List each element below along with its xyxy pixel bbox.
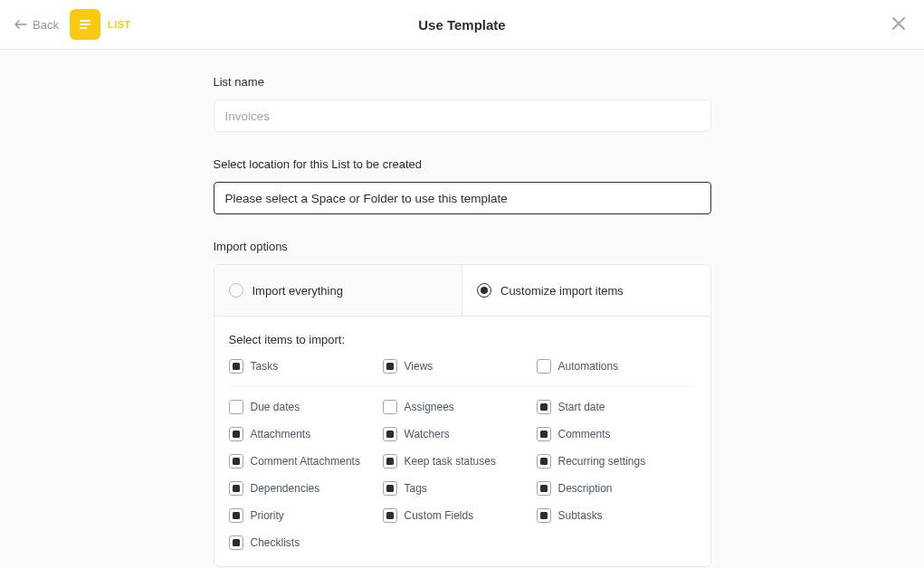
checkbox-label: Priority (251, 509, 284, 522)
checkbox-label: Comment Attachments (251, 455, 360, 468)
checkbox-label: Subtasks (558, 509, 603, 522)
checkbox-label: Automations (558, 360, 619, 373)
checkbox-label: Custom Fields (405, 509, 474, 522)
import-option-checkbox[interactable]: Tasks (229, 359, 383, 374)
import-option-checkbox[interactable]: Priority (229, 508, 383, 523)
list-icon (70, 9, 100, 40)
checkbox-checked-icon (229, 454, 243, 469)
tab-customize-import[interactable]: Customize import items (462, 265, 710, 316)
svg-rect-1 (80, 24, 90, 25)
import-option-checkbox[interactable]: Tags (383, 481, 537, 496)
import-option-checkbox[interactable]: Comments (537, 427, 691, 441)
import-items-grid: Due datesAssigneesStart dateAttachmentsW… (229, 400, 696, 550)
checkbox-label: Assignees (405, 401, 454, 413)
list-name-input[interactable] (214, 99, 711, 132)
import-items-panel: Select items to import: TasksViewsAutoma… (214, 317, 711, 567)
checkbox-label: Checklists (251, 536, 300, 549)
checkbox-checked-icon (229, 481, 243, 496)
checkbox-label: Tags (405, 482, 427, 495)
checkbox-label: Start date (558, 401, 605, 413)
radio-selected-icon (477, 283, 491, 298)
checkbox-checked-icon (383, 359, 397, 374)
import-option-checkbox[interactable]: Dependencies (229, 481, 383, 496)
checkbox-checked-icon (383, 427, 397, 441)
import-option-checkbox[interactable]: Checklists (229, 535, 383, 550)
location-placeholder: Please select a Space or Folder to use t… (225, 192, 508, 205)
list-badge: LIST (70, 9, 131, 40)
close-button[interactable] (888, 14, 910, 35)
location-select[interactable]: Please select a Space or Folder to use t… (214, 182, 711, 214)
import-option-checkbox[interactable]: Recurring settings (537, 454, 691, 469)
checkbox-checked-icon (229, 508, 243, 523)
checkbox-checked-icon (537, 508, 551, 523)
checkbox-checked-icon (537, 427, 551, 441)
back-button[interactable]: Back (14, 18, 59, 32)
select-items-title: Select items to import: (229, 333, 696, 346)
modal-header: Back LIST Use Template (0, 0, 924, 50)
checkbox-label: Comments (558, 428, 611, 440)
top-items-row: TasksViewsAutomations (229, 359, 696, 387)
checkbox-label: Due dates (251, 401, 300, 413)
checkbox-checked-icon (383, 454, 397, 469)
radio-unselected-icon (229, 283, 243, 298)
checkbox-label: Views (405, 360, 433, 373)
import-option-checkbox[interactable]: Description (537, 481, 691, 496)
checkbox-checked-icon (229, 427, 243, 441)
import-option-checkbox[interactable]: Automations (537, 359, 691, 374)
checkbox-checked-icon (537, 481, 551, 496)
customize-import-label: Customize import items (500, 284, 624, 298)
svg-rect-2 (80, 27, 87, 29)
checkbox-label: Dependencies (251, 482, 320, 495)
checkbox-label: Recurring settings (558, 455, 646, 468)
import-option-checkbox[interactable]: Assignees (383, 400, 537, 414)
import-option-checkbox[interactable]: Due dates (229, 400, 383, 414)
checkbox-checked-icon (229, 535, 243, 550)
import-option-checkbox[interactable]: Subtasks (537, 508, 691, 523)
import-option-checkbox[interactable]: Attachments (229, 427, 383, 441)
tab-import-everything[interactable]: Import everything (214, 265, 463, 316)
checkbox-unchecked-icon (537, 359, 551, 374)
location-label: Select location for this List to be crea… (214, 157, 711, 171)
import-option-checkbox[interactable]: Start date (537, 400, 691, 414)
checkbox-label: Tasks (251, 360, 279, 373)
page-title: Use Template (418, 17, 505, 33)
checkbox-label: Attachments (251, 428, 311, 440)
import-option-tabs: Import everything Customize import items (214, 264, 711, 317)
modal-body: List name Select location for this List … (0, 50, 924, 568)
import-everything-label: Import everything (252, 284, 343, 298)
import-option-checkbox[interactable]: Keep task statuses (383, 454, 537, 469)
import-option-checkbox[interactable]: Comment Attachments (229, 454, 383, 469)
import-option-checkbox[interactable]: Views (383, 359, 537, 374)
import-option-checkbox[interactable]: Watchers (383, 427, 537, 441)
checkbox-unchecked-icon (229, 400, 243, 414)
checkbox-checked-icon (383, 508, 397, 523)
checkbox-checked-icon (537, 454, 551, 469)
list-name-label: List name (214, 75, 711, 89)
form-content: List name Select location for this List … (214, 75, 711, 567)
checkbox-label: Watchers (405, 428, 450, 440)
close-icon (891, 16, 906, 33)
svg-rect-0 (80, 20, 90, 22)
checkbox-checked-icon (537, 400, 551, 414)
checkbox-label: Description (558, 482, 613, 495)
list-badge-text: LIST (108, 19, 131, 30)
back-label: Back (33, 18, 59, 32)
checkbox-unchecked-icon (383, 400, 397, 414)
checkbox-checked-icon (383, 481, 397, 496)
checkbox-label: Keep task statuses (405, 455, 496, 468)
import-options-label: Import options (214, 240, 711, 253)
back-arrow-icon (14, 18, 27, 31)
checkbox-checked-icon (229, 359, 243, 374)
import-option-checkbox[interactable]: Custom Fields (383, 508, 537, 523)
